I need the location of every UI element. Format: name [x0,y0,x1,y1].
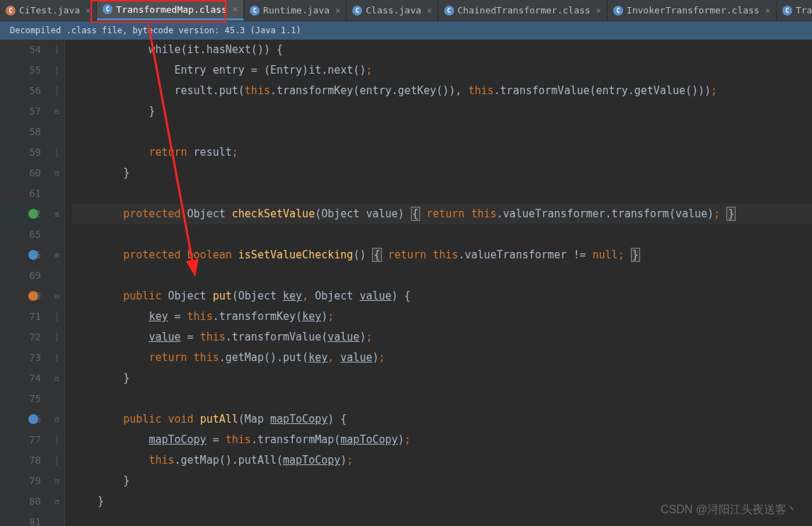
tab-citest-java[interactable]: CCiTest.java× [0,0,97,21]
code-line[interactable]: } [72,471,812,491]
code-line[interactable] [72,122,812,142]
fold-marker[interactable]: ⊟ [50,286,64,307]
fold-marker[interactable]: ⊟ [50,368,64,389]
tab-transformedmap-class[interactable]: CTransformedMap.class× [97,0,244,21]
fold-marker[interactable]: ⊞ [50,245,64,265]
code-line[interactable]: while(it.hasNext()) { [72,40,812,60]
close-icon[interactable]: × [427,6,432,16]
code-line[interactable]: value = this.transformValue(value); [72,327,812,348]
file-icon: C [352,6,362,16]
file-icon: C [250,6,260,16]
fold-marker[interactable]: ⊟ [50,101,64,122]
fold-marker: │ [50,430,64,450]
tab-label: TransformedMap.class [116,4,227,15]
fold-marker[interactable]: ⊟ [50,409,64,430]
fold-marker: │ [50,40,64,60]
line-number: 73 [0,348,41,368]
file-icon: C [782,6,792,16]
line-number: 59 [0,142,41,163]
code-line[interactable] [72,265,812,286]
line-number: 56 [0,81,41,101]
fold-marker[interactable]: ⊟ [50,491,64,512]
tab-chainedtransformer-class[interactable]: CChainedTransformer.class× [439,0,608,21]
tab-runtime-java[interactable]: CRuntime.java× [244,0,347,21]
tab-class-java[interactable]: CClass.java× [347,0,439,21]
line-number: 61 [0,183,41,204]
code-line[interactable]: } [72,101,812,122]
fold-marker [50,224,64,245]
line-number: 72 [0,327,41,348]
tab-label: Class.java [366,5,421,16]
tab-label: CiTest.java [19,5,80,16]
fold-marker [50,265,64,286]
fold-marker[interactable]: ⊞ [50,204,64,224]
tab-label: Runtime.java [263,5,330,16]
line-number: 62 [0,204,41,224]
line-number: 78 [0,450,41,471]
tab-invokertransformer-class[interactable]: CInvokerTransformer.class× [608,0,777,21]
fold-marker [50,512,64,526]
line-number: 71 [0,307,41,327]
code-line[interactable]: } [72,368,812,389]
line-number: 81 [0,512,41,526]
tab-transformer-class[interactable]: CTransformer.class× [777,0,812,21]
close-icon[interactable]: × [765,6,770,16]
line-number: 77 [0,430,41,450]
line-number: 55 [0,60,41,81]
code-line[interactable]: Entry entry = (Entry)it.next(); [72,60,812,81]
fold-marker[interactable]: ⊟ [50,471,64,491]
tab-label: InvokerTransformer.class [627,5,760,16]
gutter-marker-icon[interactable] [28,250,38,260]
gutter-marker-icon[interactable] [28,209,38,219]
file-icon: C [444,6,454,16]
fold-marker: │ [50,307,64,327]
code-line[interactable] [72,224,812,245]
code-line[interactable] [72,183,812,204]
code-line[interactable]: return result; [72,142,812,163]
fold-marker [50,389,64,409]
close-icon[interactable]: × [233,4,238,14]
code-line[interactable]: key = this.transformKey(key); [72,307,812,327]
code-line[interactable] [72,389,812,409]
line-number: 58 [0,122,41,142]
line-number: 60 [0,163,41,183]
line-number: 75 [0,389,41,409]
editor-area: 5455565758596061626566697071727374757677… [0,40,812,526]
decompile-info-bar: Decompiled .class file, bytecode version… [0,21,812,40]
code-line[interactable]: public Object put(Object key, Object val… [72,286,812,307]
code-line[interactable]: result.put(this.transformKey(entry.getKe… [72,81,812,101]
line-number: 65 [0,224,41,245]
tab-label: Transformer.class [796,5,812,16]
line-number: 54 [0,40,41,60]
code-line[interactable]: public void putAll(Map mapToCopy) { [72,409,812,430]
editor-tabs: CCiTest.java×CTransformedMap.class×CRunt… [0,0,812,21]
close-icon[interactable]: × [86,6,91,16]
file-icon: C [103,4,112,14]
code-content[interactable]: while(it.hasNext()) { Entry entry = (Ent… [65,40,812,526]
gutter-marker-icon[interactable] [28,291,38,301]
file-icon: C [6,6,16,16]
code-line[interactable]: } [72,163,812,183]
fold-marker [50,183,64,204]
fold-marker: │ [50,81,64,101]
code-line[interactable]: protected Object checkSetValue(Object va… [72,204,812,224]
fold-marker: │ [50,348,64,368]
code-line[interactable]: this.getMap().putAll(mapToCopy); [72,450,812,471]
close-icon[interactable]: × [596,6,601,16]
line-number: 66 [0,245,41,265]
line-number-gutter: 5455565758596061626566697071727374757677… [0,40,50,526]
line-number: 69 [0,265,41,286]
fold-marker: │ [50,450,64,471]
file-icon: C [613,6,623,16]
close-icon[interactable]: × [335,6,340,16]
fold-marker: │ [50,60,64,81]
fold-marker: │ [50,142,64,163]
fold-marker[interactable]: ⊟ [50,163,64,183]
code-line[interactable]: return this.getMap().put(key, value); [72,348,812,368]
line-number: 57 [0,101,41,122]
tab-label: ChainedTransformer.class [458,5,591,16]
line-number: 76 [0,409,41,430]
code-line[interactable]: protected boolean isSetValueChecking() {… [72,245,812,265]
gutter-marker-icon[interactable] [28,414,38,424]
code-line[interactable]: mapToCopy = this.transformMap(mapToCopy)… [72,430,812,450]
